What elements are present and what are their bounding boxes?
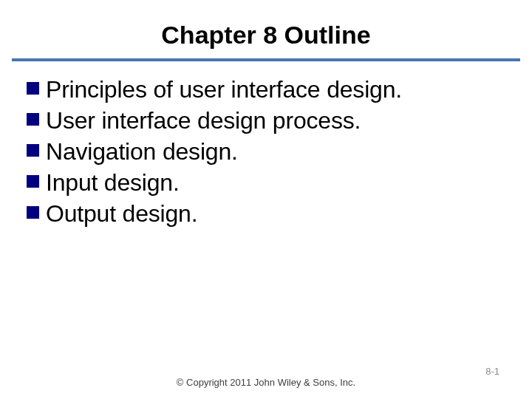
list-item: Principles of user interface design.: [27, 75, 505, 104]
list-item: Input design.: [27, 168, 505, 197]
bullet-list: Principles of user interface design. Use…: [27, 75, 505, 228]
slide-title: Chapter 8 Outline: [27, 21, 505, 50]
list-item: User interface design process.: [27, 106, 505, 135]
page-number: 8-1: [485, 366, 499, 377]
copyright-text: © Copyright 2011 John Wiley & Sons, Inc.: [0, 377, 532, 388]
slide: Chapter 8 Outline Principles of user int…: [0, 0, 532, 399]
list-item: Output design.: [27, 199, 505, 228]
title-divider: [12, 58, 520, 61]
list-item: Navigation design.: [27, 137, 505, 166]
